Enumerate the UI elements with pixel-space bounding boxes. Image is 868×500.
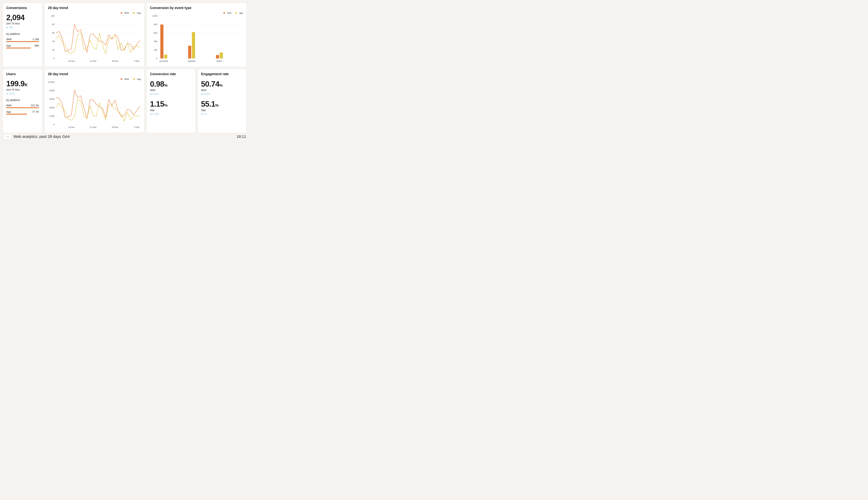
svg-text:28 Nov: 28 Nov <box>112 126 118 128</box>
svg-text:40: 40 <box>52 40 55 43</box>
dashboard-grid: Conversions 2,094 past 28 days 356 by pl… <box>3 3 247 133</box>
svg-text:0: 0 <box>156 57 157 60</box>
svg-text:21 Nov: 21 Nov <box>90 60 96 62</box>
svg-text:21 Nov: 21 Nov <box>90 126 96 128</box>
svg-text:1,000: 1,000 <box>152 15 157 17</box>
platform-label: Web <box>201 89 243 91</box>
platform-label: App <box>150 109 192 112</box>
svg-text:6,000: 6,000 <box>49 98 55 100</box>
users-card: Users 199.9K past 28 days 22.6K by platf… <box>3 69 42 133</box>
subhead: by platform <box>6 99 39 102</box>
delta-up-icon <box>150 93 152 95</box>
svg-text:2,000: 2,000 <box>49 115 55 117</box>
legend-item-web: Web <box>119 12 129 14</box>
svg-rect-35 <box>220 53 223 58</box>
conversions-value: 2,094 <box>6 14 39 21</box>
platform-breakdown: Web122.2KApp77.7K <box>6 104 39 115</box>
svg-rect-29 <box>164 55 167 58</box>
delta-value: 0.03% <box>201 92 243 95</box>
svg-text:14 Nov: 14 Nov <box>68 126 75 128</box>
svg-text:4,000: 4,000 <box>49 106 55 109</box>
users-value: 199.9K <box>6 80 39 88</box>
dot-icon <box>224 12 225 14</box>
card-title: Conversion rate <box>150 72 192 76</box>
svg-text:400: 400 <box>154 40 157 43</box>
rate-value-web: 50.74% <box>201 80 243 88</box>
svg-text:14 Nov: 14 Nov <box>68 60 75 62</box>
delta-up-icon <box>201 113 203 115</box>
conversion-by-event-card: Conversion by event type web app 0200400… <box>147 3 246 67</box>
svg-text:0: 0 <box>53 123 55 126</box>
delta-up-icon <box>201 93 203 95</box>
svg-rect-28 <box>160 24 163 58</box>
period-label: past 28 days <box>6 22 39 25</box>
delta-value: 0.10% <box>150 113 192 115</box>
rate-cards-group: Conversion rate 0.98% Web 0.01% 1.15% Ap… <box>147 69 246 133</box>
svg-text:8,000: 8,000 <box>49 89 55 92</box>
conversion-rate-card: Conversion rate 0.98% Web 0.01% 1.15% Ap… <box>147 69 195 133</box>
legend-item-app: App <box>132 78 141 80</box>
legend: Web App <box>117 12 141 14</box>
legend-item-app: app <box>234 12 243 14</box>
svg-text:addon: addon <box>216 60 222 62</box>
card-title: Conversions <box>6 6 39 10</box>
svg-text:800: 800 <box>154 23 157 26</box>
svg-text:5 Dec: 5 Dec <box>134 126 140 128</box>
bar-track <box>6 107 39 108</box>
rate-value-web: 0.98% <box>150 80 192 88</box>
platform-label: Web <box>150 89 192 91</box>
delta-up-icon <box>150 113 152 115</box>
card-title: Conversion by event type <box>150 6 243 10</box>
platform-label: App <box>201 109 243 112</box>
card-title: Users <box>6 72 39 76</box>
svg-text:upgrade: upgrade <box>188 60 195 62</box>
svg-text:200: 200 <box>154 49 157 51</box>
svg-text:600: 600 <box>154 32 157 34</box>
svg-rect-32 <box>192 32 195 58</box>
svg-text:5 Dec: 5 Dec <box>134 60 140 62</box>
subhead: by platform <box>6 33 39 36</box>
bar-track <box>6 41 39 42</box>
footer: Triss Web analytics: past 28 days GA4 18… <box>3 133 247 141</box>
svg-text:80: 80 <box>52 23 55 26</box>
delta-value: 1% <box>201 113 243 115</box>
bar-track <box>6 48 39 48</box>
chart-area: Web App 02040608010014 Nov21 Nov28 Nov5 … <box>48 11 141 64</box>
svg-text:100: 100 <box>51 15 55 17</box>
chart-area: Web App 02,0004,0006,0008,00010,00014 No… <box>48 77 141 130</box>
dot-icon <box>133 12 135 14</box>
svg-text:purchase: purchase <box>160 60 168 62</box>
svg-rect-31 <box>188 46 191 58</box>
platform-breakdown: Web1,198App896 <box>6 38 39 48</box>
card-title: 28 day trend <box>48 6 141 10</box>
period-label: past 28 days <box>6 88 39 91</box>
delta-value: 0.01% <box>150 92 192 95</box>
platform-row: App896 <box>6 44 39 47</box>
svg-rect-34 <box>216 55 219 58</box>
legend-item-web: Web <box>119 78 129 80</box>
legend: web app <box>220 12 243 14</box>
svg-text:0: 0 <box>53 57 55 60</box>
legend: Web App <box>117 78 141 80</box>
clock: 18:11 <box>237 134 246 139</box>
svg-text:60: 60 <box>52 32 55 34</box>
line-chart: 02,0004,0006,0008,00010,00014 Nov21 Nov2… <box>48 77 141 130</box>
card-title: Engagement rate <box>201 72 243 76</box>
dot-icon <box>133 78 135 80</box>
dot-icon <box>121 78 122 80</box>
delta-up-icon <box>6 93 8 94</box>
delta-up-icon <box>6 27 8 28</box>
trend-conversions-card: 28 day trend Web App 02040608010014 Nov2… <box>45 3 144 67</box>
dot-icon <box>236 12 237 14</box>
engagement-rate-card: Engagement rate 50.74% Web 0.03% 55.1% A… <box>198 69 246 133</box>
bar-track <box>6 114 39 115</box>
bar-chart: 02004006008001,000purchaseupgradeaddon <box>150 11 243 64</box>
card-title: 28 day trend <box>48 72 141 76</box>
platform-row: App77.7K <box>6 110 39 113</box>
delta-value: 356 <box>6 26 39 29</box>
legend-item-web: web <box>222 12 231 14</box>
rate-value-app: 55.1% <box>201 100 243 108</box>
rate-value-app: 1.15% <box>150 100 192 108</box>
line-chart: 02040608010014 Nov21 Nov28 Nov5 Dec <box>48 11 141 64</box>
legend-item-app: App <box>132 12 141 14</box>
